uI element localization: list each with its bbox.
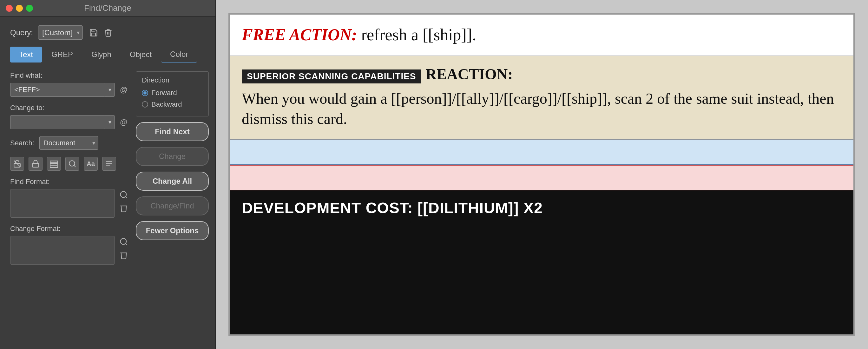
- window-titlebar: Find/Change: [0, 0, 215, 17]
- find-what-at-icon[interactable]: @: [118, 85, 129, 94]
- maximize-button[interactable]: [26, 5, 33, 12]
- tab-grep[interactable]: GREP: [42, 46, 82, 63]
- blue-section: [230, 139, 854, 165]
- main-form-area: Find what: ▾ @ Change to: ▾ @: [10, 71, 205, 272]
- tabs-row: Text GREP Glyph Object Color: [10, 46, 205, 63]
- window-title: Find/Change: [84, 3, 131, 13]
- change-format-delete-icon[interactable]: [118, 249, 129, 261]
- find-what-input-row: ▾ @: [10, 83, 129, 97]
- radio-forward-circle[interactable]: [142, 90, 148, 96]
- change-to-label: Change to:: [10, 104, 129, 112]
- find-format-icons: [118, 189, 129, 214]
- minimize-button[interactable]: [16, 5, 23, 12]
- change-format-box: [10, 236, 115, 264]
- change-all-button[interactable]: Change All: [136, 172, 209, 191]
- search-row: Search: Document Story Selection All Doc…: [10, 136, 129, 150]
- tab-text[interactable]: Text: [10, 46, 42, 63]
- dev-cost-text: DEVELOPMENT COST: [[dilithium]] x2: [242, 199, 842, 217]
- radio-backward-label: Backward: [151, 100, 182, 108]
- fewer-options-button[interactable]: Fewer Options: [136, 221, 209, 240]
- find-what-dropdown[interactable]: ▾: [105, 83, 115, 97]
- query-select[interactable]: [Custom]: [38, 25, 83, 40]
- delete-query-icon[interactable]: [102, 27, 114, 38]
- radio-backward[interactable]: Backward: [142, 100, 203, 108]
- free-action-section: FREE ACTION: refresh a [[ship]].: [230, 14, 854, 56]
- query-label: Query:: [10, 28, 33, 37]
- lock-master-icon[interactable]: [29, 157, 42, 171]
- search-select-wrapper[interactable]: Document Story Selection All Documents: [39, 136, 98, 150]
- svg-point-13: [121, 239, 127, 245]
- font-size-icon[interactable]: Aa: [84, 157, 98, 171]
- radio-forward-label: Forward: [151, 89, 177, 97]
- search-layers-icon[interactable]: [47, 157, 61, 171]
- tab-object[interactable]: Object: [121, 46, 160, 63]
- whole-word-icon[interactable]: [102, 157, 116, 171]
- change-button[interactable]: Change: [136, 147, 209, 166]
- icon-toolbar: Aa: [10, 157, 129, 171]
- free-action-text: FREE ACTION: refresh a [[ship]].: [242, 24, 842, 46]
- change-format-label: Change Format:: [10, 225, 129, 233]
- change-to-input[interactable]: [10, 115, 106, 129]
- reaction-header: SUPERIOR SCANNING CAPABILITIES REACTION:: [242, 65, 842, 84]
- find-format-delete-icon[interactable]: [118, 202, 129, 214]
- reaction-body: When you would gain a [[person]]/[[ally]…: [242, 89, 842, 130]
- change-format-search-icon[interactable]: [118, 236, 129, 248]
- direction-label: Direction: [142, 76, 203, 85]
- free-action-body: refresh a [[ship]].: [357, 26, 476, 44]
- save-query-icon[interactable]: [88, 27, 99, 38]
- find-format-box: [10, 189, 115, 218]
- find-next-button[interactable]: Find Next: [136, 122, 209, 141]
- radio-backward-circle[interactable]: [142, 101, 148, 107]
- toolbar-icons: [88, 27, 114, 38]
- left-form: Find what: ▾ @ Change to: ▾ @: [10, 71, 129, 272]
- radio-forward[interactable]: Forward: [142, 89, 203, 97]
- svg-line-12: [125, 196, 127, 198]
- change-to-dropdown[interactable]: ▾: [105, 115, 115, 129]
- change-format-section: Change Format:: [10, 225, 129, 264]
- window-controls: [6, 5, 33, 12]
- svg-rect-2: [32, 163, 39, 167]
- query-row: Query: [Custom]: [10, 25, 205, 40]
- tab-glyph[interactable]: Glyph: [83, 46, 120, 63]
- right-column: Direction Forward Backward Find Next Cha…: [136, 71, 209, 272]
- tab-color[interactable]: Color: [161, 46, 197, 63]
- svg-rect-4: [50, 163, 58, 165]
- search-select[interactable]: Document Story Selection All Documents: [39, 136, 98, 150]
- close-button[interactable]: [6, 5, 13, 12]
- card-content-panel: FREE ACTION: refresh a [[ship]]. SUPERIO…: [228, 13, 855, 336]
- svg-rect-3: [50, 161, 58, 162]
- case-sensitive-icon[interactable]: [65, 157, 79, 171]
- svg-point-6: [69, 161, 74, 166]
- find-format-section: Find Format:: [10, 178, 129, 218]
- svg-line-7: [74, 165, 75, 167]
- svg-point-11: [121, 192, 127, 198]
- change-to-input-row: ▾ @: [10, 115, 129, 129]
- dev-cost-section: DEVELOPMENT COST: [[dilithium]] x2: [230, 190, 854, 335]
- direction-box: Direction Forward Backward: [136, 71, 209, 117]
- find-change-dialog: Find/Change Query: [Custom]: [0, 0, 216, 349]
- find-what-label: Find what:: [10, 71, 129, 80]
- pink-section: [230, 165, 854, 190]
- content-area: FREE ACTION: refresh a [[ship]]. SUPERIO…: [216, 0, 868, 349]
- find-format-label: Find Format:: [10, 178, 129, 186]
- reaction-section: SUPERIOR SCANNING CAPABILITIES REACTION:…: [230, 56, 854, 140]
- query-select-wrapper[interactable]: [Custom]: [38, 25, 83, 40]
- lock-layers-icon[interactable]: [10, 157, 24, 171]
- find-what-input[interactable]: [10, 83, 106, 97]
- scanning-badge: SUPERIOR SCANNING CAPABILITIES: [242, 69, 421, 84]
- change-to-at-icon[interactable]: @: [118, 118, 129, 127]
- free-action-label: FREE ACTION:: [242, 26, 357, 44]
- find-format-search-icon[interactable]: [118, 189, 129, 200]
- reaction-label: REACTION:: [426, 65, 513, 83]
- svg-rect-5: [50, 166, 58, 167]
- change-find-button[interactable]: Change/Find: [136, 196, 209, 215]
- panel-content: Query: [Custom]: [0, 17, 215, 349]
- svg-line-14: [125, 243, 127, 245]
- change-to-section: Change to: ▾ @: [10, 104, 129, 129]
- change-format-icons: [118, 236, 129, 261]
- search-label: Search:: [10, 139, 34, 147]
- find-what-section: Find what: ▾ @: [10, 71, 129, 97]
